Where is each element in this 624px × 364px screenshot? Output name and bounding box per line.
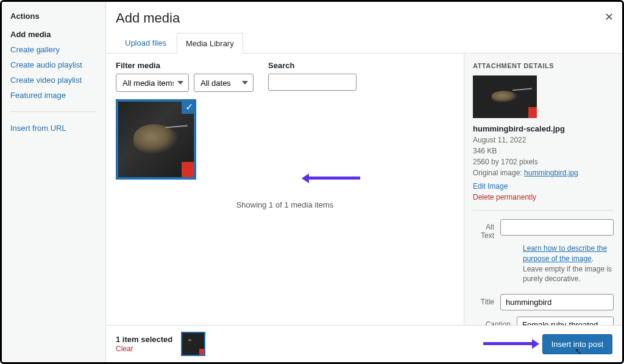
- annotation-arrow-insert: [483, 342, 537, 345]
- alt-help-text: Learn how to describe the purpose of the…: [523, 243, 614, 284]
- detail-date: August 11, 2022: [473, 135, 614, 145]
- media-thumbnail[interactable]: ✓: [116, 99, 196, 180]
- filter-date[interactable]: All dates: [194, 74, 254, 92]
- detail-original-link[interactable]: hummingbird.jpg: [524, 169, 578, 177]
- title-input[interactable]: [500, 294, 614, 310]
- sidebar-item-featured-image[interactable]: Featured image: [10, 88, 97, 103]
- filter-media-label: Filter media: [116, 61, 254, 70]
- edit-image-link[interactable]: Edit Image: [473, 182, 508, 191]
- modal-title: Add media: [116, 10, 612, 26]
- search-input[interactable]: [268, 74, 356, 91]
- alt-text-label: Alt Text: [473, 219, 500, 240]
- actions-sidebar: Actions Add media Create gallery Create …: [2, 2, 106, 362]
- modal-header: Add media ✕: [106, 2, 622, 26]
- detail-original-label: Original image:: [473, 169, 524, 177]
- tabs: Upload files Media Library: [106, 32, 622, 54]
- selection-thumbnail[interactable]: [181, 332, 205, 356]
- detail-dimensions: 2560 by 1702 pixels: [473, 156, 614, 167]
- close-icon[interactable]: ✕: [604, 10, 614, 24]
- delete-permanently-link[interactable]: Delete permanently: [473, 193, 614, 201]
- detail-meta: August 11, 2022 346 KB 2560 by 1702 pixe…: [473, 135, 614, 178]
- annotation-arrow-thumbnail: [304, 177, 360, 180]
- cursor-icon: ↖: [575, 346, 582, 356]
- attachment-details: ATTACHMENT DETAILS hummingbird-scaled.jp…: [464, 54, 622, 325]
- detail-size: 346 KB: [473, 145, 614, 156]
- main-panel: Add media ✕ Upload files Media Library F…: [106, 2, 622, 362]
- sidebar-item-create-video-playlist[interactable]: Create video playlist: [10, 72, 97, 88]
- clear-selection-link[interactable]: Clear: [116, 345, 133, 353]
- sidebar-item-insert-from-url[interactable]: Insert from URL: [10, 121, 97, 136]
- caption-input[interactable]: Female ruby-throated hummingbird.: [517, 317, 614, 325]
- alt-text-input[interactable]: [500, 219, 614, 236]
- alt-help-link[interactable]: Learn how to describe the purpose of the…: [523, 244, 607, 263]
- selected-count: 1 item selected: [116, 335, 172, 344]
- search-label: Search: [268, 61, 356, 70]
- detail-preview: [473, 75, 537, 118]
- details-heading: ATTACHMENT DETAILS: [473, 62, 614, 69]
- caption-label: Caption: [473, 317, 517, 325]
- filter-media-type[interactable]: All media items: [116, 74, 189, 92]
- showing-count: Showing 1 of 1 media items: [116, 200, 454, 209]
- sidebar-item-add-media[interactable]: Add media: [10, 27, 97, 42]
- tab-upload-files[interactable]: Upload files: [116, 32, 176, 53]
- sidebar-item-create-gallery[interactable]: Create gallery: [10, 42, 97, 57]
- modal-footer: 1 item selected Clear Insert into post ↖: [106, 325, 622, 362]
- detail-filename: hummingbird-scaled.jpg: [473, 124, 614, 133]
- check-icon[interactable]: ✓: [182, 99, 196, 114]
- title-label: Title: [473, 294, 500, 306]
- actions-heading: Actions: [10, 12, 97, 21]
- sidebar-item-create-audio-playlist[interactable]: Create audio playlist: [10, 57, 97, 72]
- media-browser: Filter media All media items All dates S…: [106, 54, 464, 325]
- tab-media-library[interactable]: Media Library: [177, 33, 243, 54]
